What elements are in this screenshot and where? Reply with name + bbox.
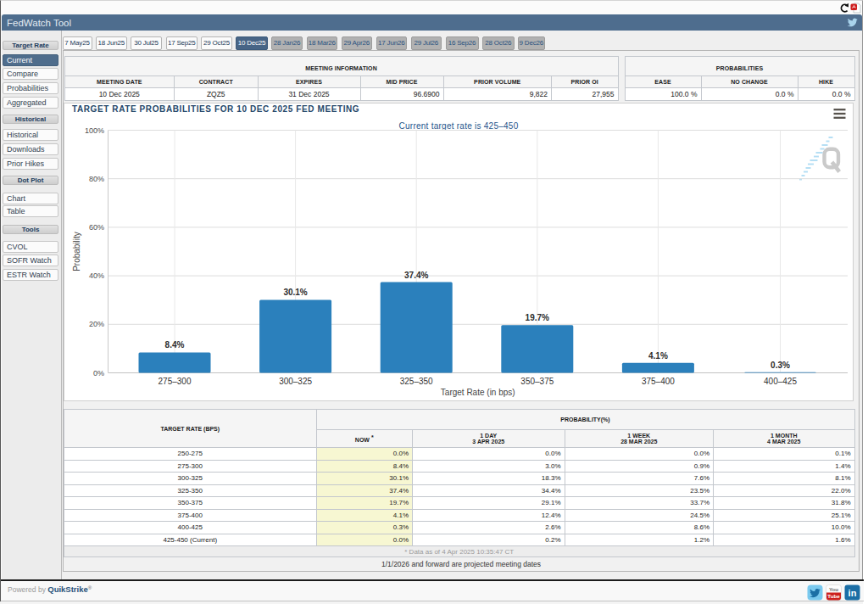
svg-text:37.4%: 37.4%: [404, 271, 428, 280]
svg-text:350–375: 350–375: [520, 377, 554, 386]
svg-text:375–400: 375–400: [642, 377, 675, 386]
svg-text:20%: 20%: [89, 320, 104, 328]
svg-text:Probability: Probability: [72, 232, 81, 271]
svg-text:300–325: 300–325: [279, 377, 312, 386]
svg-text:400–425: 400–425: [764, 377, 797, 386]
svg-text:0.3%: 0.3%: [771, 361, 790, 370]
svg-text:40%: 40%: [89, 271, 104, 280]
svg-text:4.1%: 4.1%: [648, 351, 668, 361]
svg-text:in: in: [849, 588, 857, 598]
svg-text:8.4%: 8.4%: [165, 340, 185, 350]
svg-text:80%: 80%: [89, 175, 104, 183]
svg-text:275–300: 275–300: [159, 377, 192, 386]
svg-text:100%: 100%: [85, 126, 104, 135]
svg-text:Tube: Tube: [827, 593, 840, 599]
svg-text:60%: 60%: [89, 223, 104, 232]
svg-text:30.1%: 30.1%: [283, 288, 307, 297]
svg-text:Target Rate (in bps): Target Rate (in bps): [441, 388, 515, 397]
svg-text:You: You: [829, 586, 838, 592]
svg-text:325–350: 325–350: [400, 377, 433, 386]
svg-text:0%: 0%: [93, 369, 104, 378]
svg-text:19.7%: 19.7%: [526, 313, 549, 322]
